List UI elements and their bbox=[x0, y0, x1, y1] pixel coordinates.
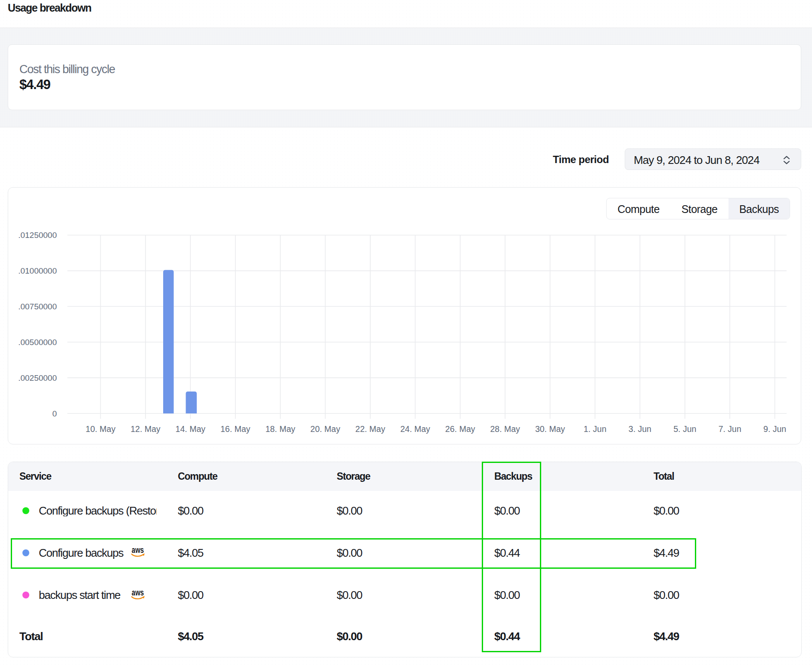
svg-text:5. Jun: 5. Jun bbox=[673, 424, 696, 434]
svg-text:.01000000: .01000000 bbox=[18, 266, 57, 275]
svg-text:9. Jun: 9. Jun bbox=[763, 424, 786, 434]
svg-text:26. May: 26. May bbox=[445, 424, 475, 434]
svg-text:.00500000: .00500000 bbox=[18, 338, 57, 347]
svg-text:28. May: 28. May bbox=[490, 424, 521, 434]
svg-text:16. May: 16. May bbox=[220, 424, 251, 434]
svg-text:22. May: 22. May bbox=[355, 424, 385, 434]
svg-text:0: 0 bbox=[52, 409, 57, 418]
svg-text:1. Jun: 1. Jun bbox=[583, 424, 606, 434]
svg-text:.00250000: .00250000 bbox=[18, 373, 57, 382]
svg-text:3. Jun: 3. Jun bbox=[629, 424, 651, 434]
svg-text:12. May: 12. May bbox=[130, 424, 161, 434]
svg-text:10. May: 10. May bbox=[86, 424, 116, 434]
svg-text:18. May: 18. May bbox=[265, 424, 295, 434]
svg-text:.01250000: .01250000 bbox=[18, 231, 57, 240]
svg-text:30. May: 30. May bbox=[535, 424, 565, 434]
svg-text:20. May: 20. May bbox=[310, 424, 341, 434]
svg-text:14. May: 14. May bbox=[176, 424, 206, 434]
svg-text:7. Jun: 7. Jun bbox=[719, 424, 741, 434]
svg-text:aws: aws bbox=[132, 590, 144, 597]
svg-text:.00750000: .00750000 bbox=[18, 302, 57, 311]
svg-text:24. May: 24. May bbox=[400, 424, 431, 434]
